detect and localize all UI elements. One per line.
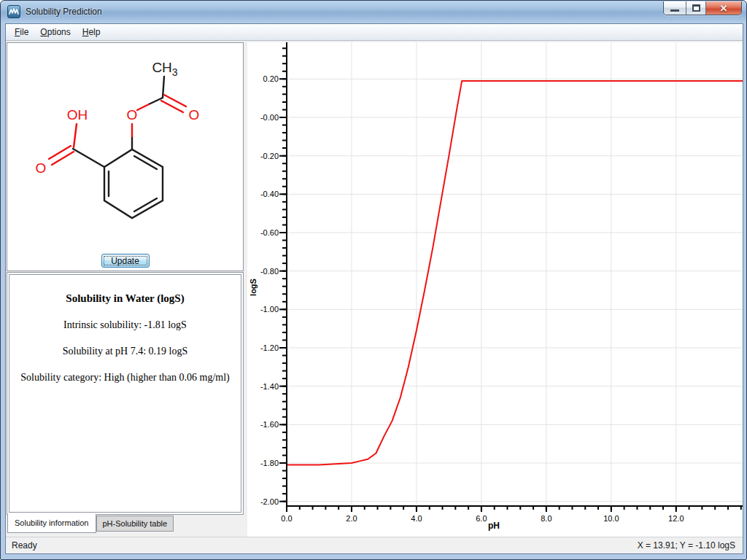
atom-label-oh: OH [67, 107, 88, 122]
svg-text:4.0: 4.0 [411, 514, 422, 523]
status-text: Ready [12, 540, 37, 551]
title-bar[interactable]: Solubility Prediction ✕ [1, 1, 746, 23]
svg-text:10.0: 10.0 [603, 514, 619, 523]
svg-text:6.0: 6.0 [476, 514, 487, 523]
svg-text:-0.60: -0.60 [260, 228, 279, 237]
app-window: Solubility Prediction ✕ File Options Hel… [0, 0, 747, 560]
svg-text:-2.00: -2.00 [260, 497, 279, 506]
close-button[interactable]: ✕ [706, 1, 741, 15]
svg-text:8.0: 8.0 [541, 514, 551, 523]
status-bar: Ready X = 13.91; Y = -1.10 logS [6, 537, 743, 553]
main-content: CH3 OH O O O Update Solubility in Water … [6, 41, 743, 537]
svg-text:12.0: 12.0 [668, 514, 684, 523]
app-icon [7, 5, 20, 18]
menu-options[interactable]: Options [34, 26, 76, 39]
window-title: Solubility Prediction [26, 7, 102, 17]
svg-text:2.0: 2.0 [346, 514, 357, 523]
svg-text:-0.80: -0.80 [260, 267, 279, 276]
solubility-info-panel: Solubility in Water (logS) Intrinsic sol… [7, 272, 244, 515]
svg-text:pH: pH [488, 521, 500, 531]
info-title: Solubility in Water (logS) [9, 292, 241, 305]
molecule-structure: CH3 OH O O O [7, 43, 243, 254]
svg-text:-0.40: -0.40 [260, 190, 279, 198]
tab-solubility-information[interactable]: Solubility information [7, 514, 96, 533]
chart-panel[interactable]: 0.20-0.00-0.20-0.40-0.60-0.80-1.00-1.20-… [247, 42, 743, 537]
atom-label-o-carboxyl: O [36, 160, 47, 176]
minimize-button[interactable] [664, 1, 686, 15]
maximize-button[interactable] [686, 1, 706, 15]
svg-text:-0.20: -0.20 [260, 152, 279, 160]
molecule-panel[interactable]: CH3 OH O O O Update [7, 42, 244, 271]
menu-file[interactable]: File [9, 26, 34, 39]
minimize-icon [670, 9, 679, 12]
atom-label-o-ester: O [127, 107, 138, 122]
tab-ph-solubility-table[interactable]: pH-Solubility table [96, 516, 174, 532]
ph-solubility-chart: 0.20-0.00-0.20-0.40-0.60-0.80-1.00-1.20-… [247, 42, 743, 537]
app-body: File Options Help [5, 23, 743, 554]
menu-help[interactable]: Help [77, 26, 107, 39]
close-icon: ✕ [720, 4, 728, 13]
window-controls: ✕ [663, 1, 742, 15]
svg-text:logS: logS [249, 279, 258, 296]
svg-text:-1.40: -1.40 [260, 382, 279, 391]
svg-text:0.20: 0.20 [263, 74, 279, 83]
left-tabs: Solubility information pH-Solubility tab… [7, 514, 247, 534]
svg-text:-1.00: -1.00 [260, 305, 279, 314]
cursor-coordinates: X = 13.91; Y = -1.10 logS [638, 540, 735, 551]
solubility-category-line: Solubility category: High (higher than 0… [9, 372, 241, 384]
atom-label-ch3: CH3 [152, 60, 177, 78]
atom-label-o-acetyl: O [189, 107, 200, 122]
solubility-ph74-line: Solubility at pH 7.4: 0.19 logS [9, 346, 241, 357]
svg-text:-1.80: -1.80 [260, 459, 279, 467]
menu-bar: File Options Help [6, 24, 743, 41]
maximize-icon [692, 4, 700, 12]
svg-text:-0.00: -0.00 [260, 113, 279, 122]
svg-text:-1.20: -1.20 [260, 343, 279, 352]
intrinsic-solubility-line: Intrinsic solubility: -1.81 logS [9, 319, 241, 331]
update-button[interactable]: Update [101, 254, 150, 268]
svg-text:0.0: 0.0 [281, 514, 292, 523]
svg-text:-1.60: -1.60 [260, 420, 279, 429]
